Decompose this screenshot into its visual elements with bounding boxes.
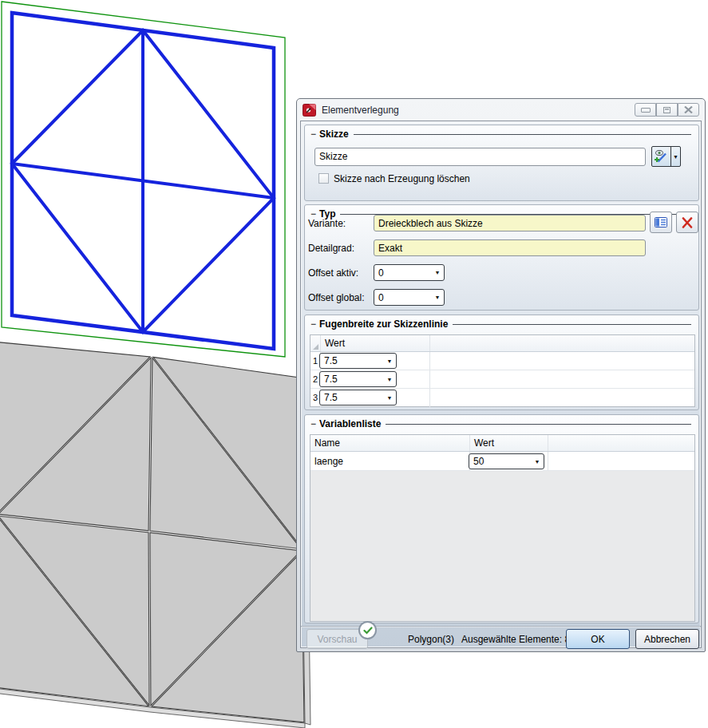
variable-value: 50 [469, 456, 531, 467]
wert-column-header: Wert [321, 335, 430, 351]
table-empty-area [310, 471, 694, 621]
maximize-button[interactable] [656, 103, 678, 117]
window-controls [635, 103, 699, 117]
fugenbreite-value: 7.5 [320, 374, 383, 385]
offset-aktiv-value: 0 [374, 267, 431, 279]
elementverlegung-dialog: Elementverlegung − Skizze Skizze [296, 98, 706, 652]
fugenbreite-value: 7.5 [320, 355, 383, 366]
variante-catalog-button[interactable] [650, 212, 672, 233]
empty-header-cell [548, 435, 694, 451]
cancel-button[interactable]: Abbrechen [635, 629, 699, 649]
chevron-down-icon: ▼ [383, 358, 396, 364]
offset-aktiv-dropdown[interactable]: 0 ▼ [374, 264, 445, 281]
collapse-dash-icon: − [310, 318, 316, 330]
skizze-select-split-button[interactable]: ▼ [651, 146, 681, 167]
variablen-table: Name Wert laenge 50 ▼ [310, 434, 695, 622]
group-rule [453, 324, 691, 325]
chevron-down-icon[interactable]: ▼ [671, 147, 680, 166]
variable-name: laenge [310, 452, 470, 470]
variablen-group-title: − Variablenliste [310, 418, 691, 429]
skizze-group-title: − Skizze [310, 129, 691, 140]
name-column-header: Name [310, 435, 470, 451]
fugenbreite-value: 7.5 [320, 392, 383, 403]
maximize-icon [663, 107, 670, 113]
table-row: 2 7.5 ▼ [310, 370, 694, 389]
chevron-down-icon: ▼ [431, 295, 444, 300]
status-polygon: Polygon(3) [408, 634, 454, 645]
empty-header-cell [430, 335, 694, 351]
red-x-icon [682, 217, 693, 228]
chevron-down-icon: ▼ [383, 377, 396, 382]
collapse-dash-icon: − [310, 129, 316, 140]
table-row: 1 7.5 ▼ [310, 352, 694, 370]
variablen-group-label: Variablenliste [319, 418, 381, 429]
close-icon [684, 106, 693, 113]
variable-value-dropdown[interactable]: 50 ▼ [469, 453, 544, 469]
fugenbreite-group-label: Fugenbreite zur Skizzenlinie [319, 318, 448, 330]
chevron-down-icon: ▼ [531, 459, 544, 465]
close-button[interactable] [678, 103, 699, 117]
fugenbreite-header-row: Wert [310, 335, 694, 352]
variante-clear-button[interactable] [676, 212, 698, 233]
status-selected-elements: Ausgewählte Elemente: 8 [461, 634, 570, 645]
fugenbreite-value-dropdown[interactable]: 7.5 ▼ [319, 390, 397, 406]
variante-field[interactable]: Dreieckblech aus Skizze [374, 215, 646, 231]
select-all-cell [310, 335, 321, 351]
skizze-group-label: Skizze [319, 129, 349, 140]
group-rule [354, 134, 691, 135]
minimize-button[interactable] [635, 103, 656, 117]
fugenbreite-table: Wert 1 7.5 ▼ 2 7.5 ▼ [310, 334, 695, 407]
titlebar[interactable]: Elementverlegung [297, 99, 705, 121]
sketch-lines [12, 13, 274, 349]
wert-column-header: Wert [470, 435, 548, 451]
select-all-triangle-icon [313, 344, 318, 350]
detailgrad-label: Detailgrad: [308, 243, 354, 254]
fugenbreite-value-dropdown[interactable]: 7.5 ▼ [319, 371, 397, 387]
table-row: laenge 50 ▼ [310, 452, 694, 471]
offset-global-dropdown[interactable]: 0 ▼ [374, 289, 445, 306]
preview-ok-badge [358, 621, 377, 639]
offset-global-label: Offset global: [308, 292, 365, 303]
add-sketch-eye-pen-icon [654, 149, 669, 164]
variante-label: Variante: [308, 218, 346, 229]
collapse-dash-icon: − [310, 418, 316, 429]
group-rule [386, 424, 691, 425]
delete-sketch-checkbox[interactable] [318, 173, 329, 184]
screen: Elementverlegung − Skizze Skizze [0, 0, 708, 728]
green-check-icon [363, 627, 373, 635]
fugenbreite-value-dropdown[interactable]: 7.5 ▼ [319, 353, 397, 369]
minimize-icon [641, 108, 651, 113]
detailgrad-field[interactable]: Exakt [374, 239, 646, 256]
chevron-down-icon: ▼ [383, 395, 396, 401]
table-row: 3 7.5 ▼ [310, 389, 694, 407]
triangle-plates-3d [0, 342, 304, 722]
catalog-list-icon [655, 217, 667, 228]
delete-sketch-checkbox-label: Skizze nach Erzeugung löschen [334, 173, 470, 184]
offset-global-value: 0 [374, 292, 431, 303]
ok-button[interactable]: OK [566, 629, 630, 649]
fugenbreite-group-title: − Fugenbreite zur Skizzenlinie [310, 318, 691, 330]
variablen-header-row: Name Wert [310, 435, 694, 452]
app-logo-icon [303, 104, 316, 117]
window-title: Elementverlegung [322, 105, 399, 116]
chevron-down-icon: ▼ [431, 270, 444, 275]
offset-aktiv-label: Offset aktiv: [308, 267, 358, 279]
skizze-name-input[interactable]: Skizze [314, 148, 646, 166]
